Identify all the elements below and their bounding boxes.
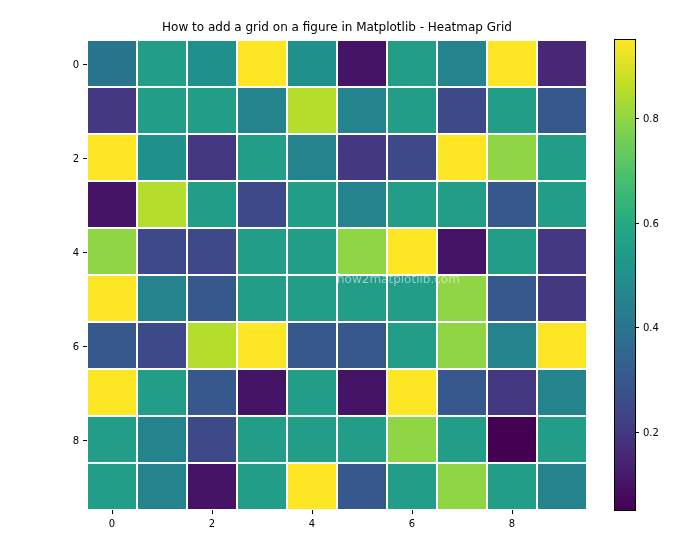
- heatmap-cell: [387, 369, 437, 416]
- heatmap-cell: [187, 322, 237, 369]
- heatmap-cell: [287, 416, 337, 463]
- heatmap-cell: [387, 322, 437, 369]
- x-axis: 02468: [87, 510, 587, 530]
- heatmap-cell: [437, 322, 487, 369]
- heatmap-cell: [337, 181, 387, 228]
- heatmap-cell: [87, 228, 137, 275]
- heatmap-cell: [87, 322, 137, 369]
- heatmap-cell: [187, 134, 237, 181]
- y-tick-mark: [83, 64, 87, 65]
- heatmap-cell: [487, 416, 537, 463]
- chart-title: How to add a grid on a figure in Matplot…: [87, 20, 587, 34]
- heatmap-cell: [337, 416, 387, 463]
- heatmap-cell: [487, 322, 537, 369]
- heatmap-cell: [87, 416, 137, 463]
- heatmap-cell: [87, 134, 137, 181]
- colorbar-axis: 0.20.40.60.8: [635, 40, 675, 510]
- heatmap-cell: [387, 416, 437, 463]
- heatmap-cell: [287, 322, 337, 369]
- heatmap-cell: [387, 463, 437, 510]
- heatmap-cell: [487, 275, 537, 322]
- y-tick-label: 4: [73, 246, 79, 257]
- colorbar-tick-label: 0.6: [643, 217, 659, 228]
- y-tick-label: 2: [73, 152, 79, 163]
- heatmap-cell: [137, 228, 187, 275]
- y-tick-mark: [83, 440, 87, 441]
- heatmap-cell: [337, 463, 387, 510]
- y-tick-label: 8: [73, 434, 79, 445]
- colorbar-tick-label: 0.4: [643, 322, 659, 333]
- heatmap-cell: [137, 322, 187, 369]
- colorbar-tick-mark: [635, 327, 639, 328]
- heatmap-cell: [437, 181, 487, 228]
- heatmap-cell: [387, 87, 437, 134]
- heatmap-cell: [387, 275, 437, 322]
- y-axis: 02468: [60, 40, 87, 510]
- x-tick-label: 8: [509, 518, 515, 529]
- heatmap-cell: [537, 322, 587, 369]
- heatmap-cell: [87, 87, 137, 134]
- heatmap-cell: [137, 87, 187, 134]
- heatmap-cell: [187, 40, 237, 87]
- colorbar-tick-mark: [635, 223, 639, 224]
- heatmap-cell: [337, 40, 387, 87]
- heatmap-cell: [187, 181, 237, 228]
- heatmap-cell: [237, 228, 287, 275]
- heatmap-cell: [537, 181, 587, 228]
- colorbar-tick-label: 0.8: [643, 113, 659, 124]
- heatmap-cell: [287, 181, 337, 228]
- heatmap-axes: how2matplotlib.com: [87, 40, 587, 510]
- x-tick-label: 4: [309, 518, 315, 529]
- heatmap-cell: [487, 228, 537, 275]
- heatmap-cell: [287, 275, 337, 322]
- colorbar-tick-mark: [635, 432, 639, 433]
- x-tick-mark: [112, 510, 113, 514]
- heatmap-cell: [437, 416, 487, 463]
- heatmap-cell: [237, 40, 287, 87]
- x-tick-mark: [212, 510, 213, 514]
- x-tick-label: 6: [409, 518, 415, 529]
- heatmap-cell: [187, 463, 237, 510]
- heatmap-cell: [487, 134, 537, 181]
- heatmap-cell: [87, 181, 137, 228]
- heatmap-cell: [237, 463, 287, 510]
- heatmap-cell: [387, 134, 437, 181]
- heatmap-cell: [537, 275, 587, 322]
- heatmap-cell: [187, 416, 237, 463]
- heatmap-cell: [387, 181, 437, 228]
- heatmap-cell: [137, 134, 187, 181]
- heatmap-cell: [237, 181, 287, 228]
- figure: How to add a grid on a figure in Matplot…: [0, 0, 700, 560]
- heatmap-cell: [287, 40, 337, 87]
- heatmap-cell: [537, 134, 587, 181]
- heatmap-cell: [287, 134, 337, 181]
- heatmap-cell: [87, 463, 137, 510]
- heatmap-cell: [487, 181, 537, 228]
- heatmap-cell: [87, 40, 137, 87]
- heatmap-cell: [137, 416, 187, 463]
- heatmap-cell: [237, 416, 287, 463]
- heatmap-cell: [137, 40, 187, 87]
- heatmap-cell: [287, 369, 337, 416]
- heatmap-cell: [237, 275, 287, 322]
- heatmap-cell: [437, 275, 487, 322]
- heatmap-cell: [337, 322, 387, 369]
- heatmap-cell: [237, 87, 287, 134]
- heatmap-cell: [337, 87, 387, 134]
- heatmap-cell: [137, 275, 187, 322]
- colorbar: [615, 40, 635, 510]
- heatmap-cell: [487, 463, 537, 510]
- heatmap-cell: [437, 463, 487, 510]
- heatmap-cell: [387, 40, 437, 87]
- colorbar-tick-label: 0.2: [643, 426, 659, 437]
- heatmap-cell: [237, 134, 287, 181]
- colorbar-tick-mark: [635, 118, 639, 119]
- y-tick-mark: [83, 252, 87, 253]
- heatmap-cell: [87, 369, 137, 416]
- heatmap-cell: [537, 369, 587, 416]
- heatmap-cell: [487, 40, 537, 87]
- heatmap-cell: [137, 369, 187, 416]
- heatmap-cell: [537, 87, 587, 134]
- x-tick-mark: [512, 510, 513, 514]
- heatmap-cell: [237, 369, 287, 416]
